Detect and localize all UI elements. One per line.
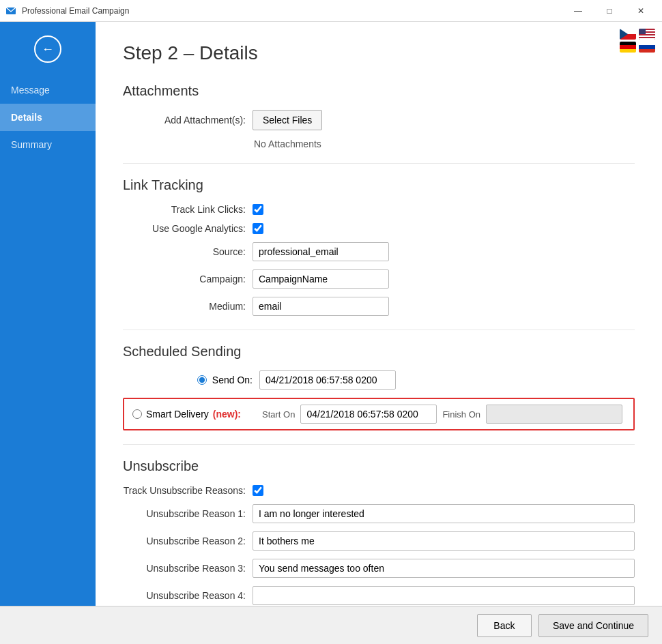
minimize-button[interactable]: — (562, 0, 594, 22)
title-bar: Professional Email Campaign — □ ✕ (0, 0, 662, 22)
track-reasons-checkbox[interactable] (253, 485, 263, 496)
track-clicks-label: Track Link Clicks: (123, 204, 246, 215)
send-on-label: Send On: (212, 375, 253, 385)
sidebar-item-details[interactable]: Details (0, 104, 96, 131)
close-button[interactable]: ✕ (625, 0, 657, 22)
svg-rect-8 (639, 38, 655, 40)
medium-input[interactable] (253, 297, 389, 316)
flag-ru[interactable] (639, 42, 655, 53)
add-attachments-label: Add Attachment(s): (123, 115, 246, 126)
svg-rect-9 (639, 29, 646, 34)
flags-area (620, 29, 655, 53)
source-row: Source: (123, 242, 635, 261)
unsub-reason-2-row: Unsubscribe Reason 2: (123, 531, 635, 551)
send-on-row: Send On: (123, 370, 635, 390)
svg-rect-12 (620, 49, 636, 53)
no-attachments-text: No Attachments (254, 138, 635, 149)
attachments-section: Attachments Add Attachment(s): Select Fi… (123, 83, 635, 149)
track-reasons-label: Track Unsubscribe Reasons: (123, 485, 246, 496)
finish-on-label: Finish On (442, 409, 480, 420)
unsub-reason-1-row: Unsubscribe Reason 1: (123, 504, 635, 523)
unsub-reason-3-input[interactable] (253, 559, 635, 578)
source-input[interactable] (253, 242, 389, 261)
maximize-button[interactable]: □ (594, 0, 625, 22)
sidebar: ← Message Details Summary (0, 22, 96, 644)
campaign-label: Campaign: (123, 274, 246, 284)
sidebar-item-summary[interactable]: Summary (0, 131, 96, 158)
window-title: Professional Email Campaign (22, 6, 129, 16)
svg-rect-14 (639, 45, 655, 49)
flag-us[interactable] (639, 29, 655, 40)
unsub-reason-3-row: Unsubscribe Reason 3: (123, 559, 635, 578)
scheduled-sending-title: Scheduled Sending (123, 344, 635, 360)
smart-delivery-text: Smart Delivery (146, 409, 209, 420)
smart-delivery-new-badge: (new): (213, 409, 241, 420)
select-files-button[interactable]: Select Files (253, 110, 322, 130)
source-label: Source: (123, 246, 246, 257)
back-nav-button[interactable]: ← (34, 35, 61, 63)
campaign-input[interactable] (253, 269, 389, 289)
campaign-row: Campaign: (123, 269, 635, 289)
link-tracking-section: Link Tracking Track Link Clicks: Use Goo… (123, 177, 635, 316)
send-on-radio[interactable] (197, 375, 207, 385)
unsub-reason-4-label: Unsubscribe Reason 4: (123, 590, 246, 601)
smart-delivery-radio[interactable] (132, 409, 142, 419)
sidebar-item-message[interactable]: Message (0, 76, 96, 104)
add-attachments-row: Add Attachment(s): Select Files (123, 110, 635, 130)
unsub-reason-4-row: Unsubscribe Reason 4: (123, 586, 635, 605)
use-analytics-label: Use Google Analytics: (123, 223, 246, 234)
link-tracking-title: Link Tracking (123, 177, 635, 193)
svg-rect-11 (620, 45, 636, 49)
unsub-reason-2-input[interactable] (253, 531, 635, 551)
attachments-title: Attachments (123, 83, 635, 99)
svg-rect-7 (639, 35, 655, 37)
smart-delivery-fields: Start On Finish On (262, 405, 625, 424)
bottom-bar: Back Save and Continue (0, 606, 662, 644)
finish-on-input[interactable] (486, 405, 622, 424)
start-on-label: Start On (262, 409, 295, 420)
back-button[interactable]: Back (477, 614, 532, 637)
app-icon (5, 5, 16, 16)
save-continue-button[interactable]: Save and Continue (538, 614, 648, 637)
start-on-input[interactable] (300, 405, 437, 424)
scheduled-sending-section: Scheduled Sending Send On: Smart Deliver… (123, 344, 635, 430)
flag-cz[interactable] (620, 29, 636, 40)
app-body: ← Message Details Summary (0, 22, 662, 644)
flag-de[interactable] (620, 42, 636, 53)
main-content: Step 2 – Details Attachments Add Attachm… (96, 22, 662, 644)
send-on-date-input[interactable] (259, 370, 396, 390)
unsubscribe-title: Unsubscribe (123, 458, 635, 474)
unsub-reason-3-label: Unsubscribe Reason 3: (123, 563, 246, 574)
smart-delivery-label-area: Smart Delivery (new): (132, 409, 255, 420)
use-analytics-checkbox[interactable] (253, 223, 263, 234)
svg-rect-10 (620, 42, 636, 45)
smart-delivery-row: Smart Delivery (new): Start On Finish On (123, 398, 635, 430)
unsub-reason-4-input[interactable] (253, 586, 635, 605)
track-clicks-row: Track Link Clicks: (123, 204, 635, 215)
title-bar-left: Professional Email Campaign (5, 5, 129, 16)
unsub-reason-1-label: Unsubscribe Reason 1: (123, 508, 246, 519)
use-analytics-row: Use Google Analytics: (123, 223, 635, 234)
divider-3 (123, 444, 635, 445)
svg-rect-15 (639, 49, 655, 53)
divider-2 (123, 330, 635, 330)
track-reasons-row: Track Unsubscribe Reasons: (123, 485, 635, 496)
title-bar-controls: — □ ✕ (562, 0, 657, 22)
divider-1 (123, 163, 635, 164)
medium-row: Medium: (123, 297, 635, 316)
page-title: Step 2 – Details (123, 42, 635, 64)
unsub-reason-2-label: Unsubscribe Reason 2: (123, 536, 246, 546)
svg-rect-13 (639, 42, 655, 45)
medium-label: Medium: (123, 301, 246, 312)
track-clicks-checkbox[interactable] (253, 204, 263, 215)
unsub-reason-1-input[interactable] (253, 504, 635, 523)
